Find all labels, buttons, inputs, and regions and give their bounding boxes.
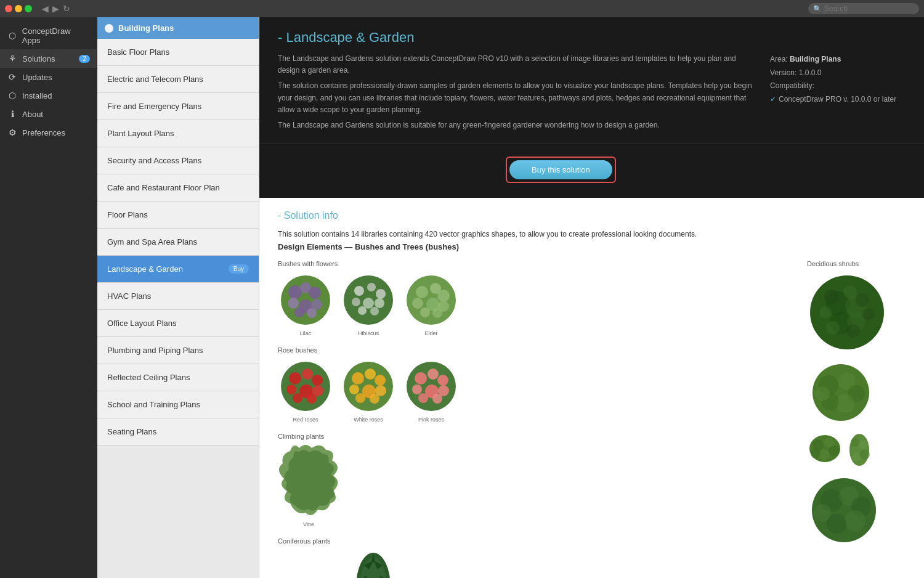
- panel-item-floor-plans[interactable]: Floor Plans: [97, 201, 259, 229]
- svg-point-29: [302, 368, 313, 380]
- sidebar: ⬡ ConceptDraw Apps ⚘ Solutions 2 ⟳ Updat…: [0, 17, 97, 578]
- svg-point-39: [375, 375, 386, 386]
- svg-point-81: [849, 434, 869, 466]
- content-header: - Landscape & Garden The Landscape and G…: [259, 17, 924, 144]
- deciduous-shrub-svg-1: [807, 272, 887, 352]
- vine-svg: [278, 445, 339, 519]
- sidebar-item-apps[interactable]: ⬡ ConceptDraw Apps: [0, 22, 97, 49]
- panel-item-school[interactable]: School and Training Plans: [97, 391, 259, 418]
- vine-label: Vine: [303, 521, 314, 527]
- desc-line-3: The Landscape and Gardens solution is su…: [278, 120, 758, 131]
- panel-item-security[interactable]: Security and Access Plans: [97, 147, 259, 174]
- red-roses-label: Red roses: [293, 417, 318, 423]
- search-bar[interactable]: 🔍: [808, 3, 919, 14]
- sidebar-item-updates[interactable]: ⟳ Updates: [0, 68, 97, 86]
- sidebar-item-about[interactable]: ℹ About: [0, 105, 97, 123]
- svg-point-38: [365, 368, 376, 380]
- lilac-svg: [278, 272, 333, 328]
- version-label: Version:: [770, 68, 796, 77]
- search-icon: 🔍: [813, 5, 822, 13]
- svg-point-65: [862, 308, 875, 320]
- panel-item-hvac[interactable]: HVAC Plans: [97, 283, 259, 310]
- bushes-flowers-label: Bushes with flowers: [278, 260, 807, 267]
- sidebar-item-preferences[interactable]: ⚙ Preferences: [0, 123, 97, 142]
- deciduous-shrub-2: [807, 362, 906, 425]
- climbing-row: Vine: [278, 445, 807, 527]
- sidebar-about-label: About: [22, 110, 43, 119]
- panel-item-landscape[interactable]: Landscape & Garden Buy: [97, 256, 259, 283]
- plants-grid: Bushes with flowers: [278, 260, 906, 578]
- deciduous-shrubs-label: Decidious shrubs: [807, 260, 906, 267]
- svg-point-83: [859, 441, 868, 449]
- panel-item-plumbing[interactable]: Plumbing and Piping Plans: [97, 337, 259, 364]
- deciduous-shrub-svg-5: [807, 474, 881, 545]
- svg-point-85: [852, 453, 861, 462]
- panel-header: Building Plans: [97, 17, 259, 39]
- deciduous-shrub-1: [807, 272, 906, 354]
- desc-line-2: The solution contains professionally-dra…: [278, 80, 758, 116]
- elder-label: Elder: [424, 330, 437, 336]
- svg-point-48: [437, 375, 448, 386]
- minimize-button[interactable]: [15, 5, 22, 12]
- svg-point-37: [352, 372, 364, 385]
- content-title: - Landscape & Garden: [278, 30, 906, 46]
- sidebar-installed-label: Installed: [22, 91, 52, 100]
- plant-elder: Elder: [403, 272, 459, 336]
- meta-compat-value: ✓ ConceptDraw PRO v. 10.0.0 or later: [770, 93, 906, 107]
- back-button[interactable]: ◀: [42, 4, 49, 14]
- refresh-button[interactable]: ↻: [63, 4, 70, 14]
- user-profile[interactable]: Richard Miller: [0, 574, 97, 578]
- panel-item-cafe[interactable]: Cafe and Restaurant Floor Plan: [97, 174, 259, 201]
- sidebar-item-solutions[interactable]: ⚘ Solutions 2: [0, 49, 97, 68]
- svg-point-80: [811, 449, 821, 458]
- svg-point-52: [418, 393, 428, 403]
- sidebar-apps-label: ConceptDraw Apps: [22, 26, 90, 45]
- svg-point-3: [309, 287, 321, 299]
- coniferous-row: Cypress: [278, 550, 807, 578]
- solution-info-section: - Solution info This solution contains 1…: [259, 198, 924, 578]
- svg-point-62: [843, 285, 857, 299]
- panel-item-plant-layout[interactable]: Plant Layout Plans: [97, 120, 259, 147]
- area-value: Building Plans: [790, 55, 841, 63]
- panel-header-dot: [105, 24, 113, 33]
- panel-item-basic-floor[interactable]: Basic Floor Plans: [97, 39, 259, 66]
- panel-item-electric[interactable]: Electric and Telecom Plans: [97, 66, 259, 93]
- close-button[interactable]: [5, 5, 12, 12]
- panel-item-reflected[interactable]: Reflected Ceiling Plans: [97, 364, 259, 391]
- panel-item-gym[interactable]: Gym and Spa Area Plans: [97, 229, 259, 256]
- search-input[interactable]: [824, 4, 914, 13]
- titlebar: ◀ ▶ ↻ 🔍: [0, 0, 924, 17]
- navigation-controls: ◀ ▶ ↻: [42, 4, 70, 14]
- deciduous-shrub-4: [807, 474, 906, 547]
- forward-button[interactable]: ▶: [52, 4, 59, 14]
- middle-panel: Building Plans Basic Floor Plans Electri…: [97, 17, 259, 578]
- svg-point-43: [355, 393, 365, 403]
- sidebar-prefs-label: Preferences: [22, 128, 65, 137]
- plant-vine: Vine: [278, 445, 339, 527]
- svg-point-47: [428, 368, 439, 380]
- hibiscus-svg: [341, 272, 396, 328]
- solutions-badge: 2: [79, 55, 90, 63]
- panel-item-seating[interactable]: Seating Plans: [97, 418, 259, 446]
- svg-point-21: [437, 290, 450, 302]
- lilac-label: Lilac: [300, 330, 312, 336]
- panel-item-office[interactable]: Office Layout Plans: [97, 310, 259, 337]
- buy-this-solution-button[interactable]: Buy this solution: [509, 160, 612, 179]
- sidebar-solutions-label: Solutions: [22, 54, 55, 63]
- about-icon: ℹ: [7, 109, 17, 119]
- sidebar-item-installed[interactable]: ⬡ Installed: [0, 86, 97, 105]
- plant-white-roses: White roses: [341, 359, 396, 423]
- svg-point-25: [420, 307, 430, 317]
- panel-item-label: Floor Plans: [107, 210, 148, 219]
- svg-point-74: [815, 386, 830, 401]
- white-roses-svg: [341, 359, 396, 414]
- svg-point-31: [286, 385, 296, 394]
- svg-point-63: [856, 293, 869, 307]
- pink-roses-label: Pink roses: [418, 417, 444, 423]
- panel-item-fire[interactable]: Fire and Emergency Plans: [97, 93, 259, 120]
- maximize-button[interactable]: [25, 5, 32, 12]
- plant-lilac: Lilac: [278, 272, 333, 336]
- rose-bushes-row: Red roses: [278, 359, 807, 423]
- svg-point-15: [375, 298, 384, 308]
- svg-point-19: [416, 286, 428, 298]
